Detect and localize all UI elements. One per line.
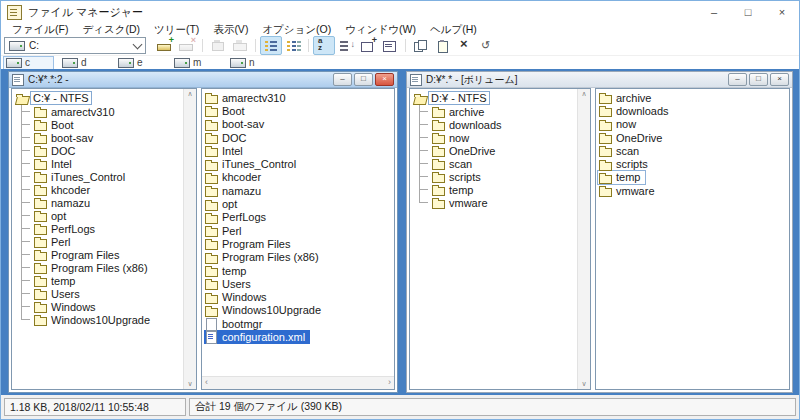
file-item[interactable]: Windows [204, 290, 272, 303]
drive-combobox[interactable]: C: [4, 37, 146, 54]
tree-item[interactable]: iTunes_Control [14, 170, 127, 183]
close-button[interactable]: × [770, 73, 789, 86]
toolbar-button[interactable] [432, 36, 454, 55]
tree-item[interactable]: temp [412, 183, 475, 196]
close-button[interactable]: × [375, 73, 394, 86]
toolbar-button[interactable] [410, 36, 432, 55]
toolbar-button[interactable] [313, 36, 335, 55]
scroll-right-icon[interactable]: › [388, 377, 391, 388]
tree-item[interactable]: scan [412, 157, 474, 170]
tree-root[interactable]: C:¥ - NTFS [14, 91, 91, 105]
file-item[interactable]: archive [598, 91, 656, 104]
toolbar-button[interactable] [379, 36, 401, 55]
menu-item[interactable]: オプション(O) [255, 23, 338, 36]
toolbar-button[interactable] [335, 36, 357, 55]
file-item[interactable]: khcoder [204, 171, 266, 184]
maximize-button[interactable]: □ [354, 73, 373, 86]
maximize-button[interactable]: □ [749, 73, 768, 86]
menu-item[interactable]: 表示(V) [206, 23, 255, 36]
tree-item[interactable]: Windows [14, 300, 98, 313]
minimize-button[interactable]: – [697, 1, 731, 23]
scroll-down-icon[interactable]: ∨ [578, 380, 590, 388]
file-item[interactable]: Boot [204, 104, 250, 117]
tree-item[interactable]: DOC [14, 144, 77, 157]
menu-item[interactable]: ウィンドウ(W) [338, 23, 423, 36]
file-item[interactable]: iTunes_Control [204, 157, 301, 170]
tree-item[interactable]: scripts [412, 170, 483, 183]
close-button[interactable]: × [765, 1, 799, 23]
tree-item[interactable]: archive [412, 105, 486, 118]
toolbar-button[interactable] [154, 36, 176, 55]
file-item[interactable]: downloads [598, 104, 674, 117]
file-item[interactable]: Intel [204, 144, 248, 157]
file-item[interactable]: vmware [598, 184, 660, 197]
toolbar-button[interactable] [251, 36, 260, 55]
toolbar-button[interactable] [198, 36, 207, 55]
tree-item[interactable]: Program Files (x86) [14, 261, 150, 274]
file-item[interactable]: Windows10Upgrade [204, 304, 326, 317]
file-item[interactable]: DOC [204, 131, 251, 144]
menu-item[interactable]: ディスク(D) [75, 23, 147, 36]
scroll-up-icon[interactable]: ∧ [184, 90, 196, 98]
minimize-button[interactable]: – [333, 73, 352, 86]
file-item[interactable]: PerfLogs [204, 211, 271, 224]
tree-item[interactable]: boot-sav [14, 131, 95, 144]
tree-item[interactable]: Boot [14, 118, 76, 131]
tree-item[interactable]: Intel [14, 157, 74, 170]
toolbar-button[interactable] [476, 36, 498, 55]
tree-item[interactable]: opt [14, 209, 68, 222]
file-item[interactable]: OneDrive [598, 131, 667, 144]
tree-item[interactable]: OneDrive [412, 144, 497, 157]
toolbar-button[interactable] [207, 36, 229, 55]
file-item[interactable]: namazu [204, 184, 266, 197]
vertical-scrollbar[interactable]: ∧ ∨ [183, 89, 196, 389]
tree-item[interactable]: Program Files [14, 248, 121, 261]
tree-item[interactable]: Users [14, 287, 82, 300]
tree-root[interactable]: D:¥ - NTFS [412, 91, 489, 105]
tree-item[interactable]: namazu [14, 196, 92, 209]
toolbar-button[interactable] [357, 36, 379, 55]
toolbar-button[interactable] [304, 36, 313, 55]
file-item[interactable]: Program Files [204, 237, 295, 250]
tree-item[interactable]: PerfLogs [14, 222, 97, 235]
file-item[interactable]: temp [204, 264, 251, 277]
menu-item[interactable]: ヘルプ(H) [423, 23, 484, 36]
file-item[interactable]: Program Files (x86) [204, 251, 324, 264]
tree-item[interactable]: Perl [14, 235, 73, 248]
tree-item[interactable]: downloads [412, 118, 504, 131]
toolbar-button[interactable] [282, 36, 304, 55]
maximize-button[interactable]: □ [731, 1, 765, 23]
tree-item[interactable]: temp [14, 274, 77, 287]
file-item[interactable]: boot-sav [204, 118, 269, 131]
left-window-titlebar[interactable]: C:¥*.*:2 - – □ × [9, 72, 397, 88]
file-item[interactable]: configuration.xml [204, 330, 310, 343]
file-item[interactable]: temp [598, 171, 645, 184]
toolbar-button[interactable] [401, 36, 410, 55]
file-item[interactable]: amarectv310 [204, 91, 291, 104]
tree-item[interactable]: vmware [412, 196, 490, 209]
horizontal-scrollbar[interactable]: ‹ › [202, 376, 394, 389]
toolbar-button[interactable] [229, 36, 251, 55]
file-item[interactable]: now [598, 118, 641, 131]
file-item[interactable]: bootmgr [204, 317, 267, 330]
menu-item[interactable]: ツリー(T) [147, 23, 206, 36]
vertical-scrollbar[interactable]: ∧ ∨ [577, 89, 590, 389]
scroll-up-icon[interactable]: ∧ [578, 90, 590, 98]
minimize-button[interactable]: – [728, 73, 747, 86]
file-item[interactable]: scan [598, 144, 644, 157]
toolbar-button[interactable] [454, 36, 476, 55]
scroll-down-icon[interactable]: ∨ [184, 380, 196, 388]
tree-item[interactable]: khcoder [14, 183, 92, 196]
toolbar-button[interactable] [176, 36, 198, 55]
toolbar-button[interactable] [260, 36, 282, 55]
menu-item[interactable]: ファイル(F) [5, 23, 75, 36]
scroll-left-icon[interactable]: ‹ [205, 377, 208, 388]
tree-item[interactable]: now [412, 131, 471, 144]
file-item[interactable]: opt [204, 197, 242, 210]
tree-item[interactable]: amarectv310 [14, 105, 117, 118]
file-item[interactable]: scripts [598, 157, 653, 170]
file-item[interactable]: Perl [204, 224, 247, 237]
tree-item[interactable]: Windows10Upgrade [14, 313, 152, 326]
right-window-titlebar[interactable]: D:¥*.* - [ボリューム] – □ × [407, 72, 792, 88]
file-item[interactable]: Users [204, 277, 256, 290]
